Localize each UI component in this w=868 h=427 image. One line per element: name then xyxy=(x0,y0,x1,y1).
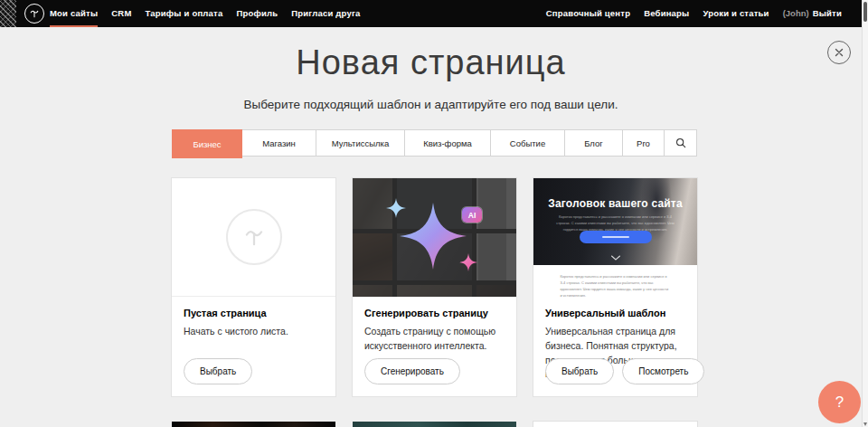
topbar-nav-right: Справочный центр Вебинары Уроки и статьи… xyxy=(546,0,842,27)
card-title: Универсальный шаблон xyxy=(545,308,685,318)
template-about-section: Коротко представьтесь и расскажите о ком… xyxy=(533,265,697,297)
choose-universal-button[interactable]: Выбрать xyxy=(545,358,614,384)
card-description: Создать страницу с помощью искусственног… xyxy=(364,325,505,354)
ai-sparkles: AI xyxy=(353,178,516,297)
choose-blank-button[interactable]: Выбрать xyxy=(184,358,252,384)
template-card-partial-3[interactable] xyxy=(533,422,697,427)
tab-search[interactable] xyxy=(665,130,696,156)
nav-invite-friend[interactable]: Пригласи друга xyxy=(291,0,360,27)
ai-preview: AI xyxy=(353,178,516,297)
template-cover-heading: Заголовок вашего сайта xyxy=(533,197,697,210)
nav-plans-payment[interactable]: Тарифы и оплата xyxy=(146,0,223,27)
template-card-partial-2[interactable] xyxy=(353,422,516,427)
close-button[interactable] xyxy=(827,41,851,64)
help-button[interactable]: ? xyxy=(818,381,861,423)
scrollbar[interactable] xyxy=(862,0,868,427)
search-icon xyxy=(675,138,686,148)
sparkle-big-icon xyxy=(400,203,467,270)
tab-multilink[interactable]: Мультиссылка xyxy=(316,130,405,156)
desktop-edge-pattern xyxy=(0,0,16,27)
template-card-partial-1[interactable] xyxy=(172,422,335,427)
generate-button[interactable]: Сгенерировать xyxy=(364,358,460,384)
ai-badge: AI xyxy=(462,207,482,223)
topbar: Мои сайты CRM Тарифы и оплата Профиль Пр… xyxy=(0,0,862,27)
nav-crm[interactable]: CRM xyxy=(111,0,131,27)
template-cover-cta-button xyxy=(580,231,652,243)
template-cover-photo: Заголовок вашего сайта Коротко представь… xyxy=(533,178,697,265)
nav-help-center[interactable]: Справочный центр xyxy=(546,0,630,27)
template-card-ai-generate[interactable]: AI Сгенерировать страницу Создать страни… xyxy=(353,178,516,396)
card-title: Сгенерировать страницу xyxy=(364,308,505,318)
close-icon xyxy=(834,47,844,58)
tab-pro[interactable]: Pro xyxy=(623,130,665,156)
tilda-logo[interactable] xyxy=(24,4,44,24)
template-about-text: Коротко представьтесь и расскажите о ком… xyxy=(561,273,671,297)
preview-universal-button[interactable]: Посмотреть xyxy=(622,358,704,384)
topbar-nav-left: Мои сайты CRM Тарифы и оплата Профиль Пр… xyxy=(50,0,361,27)
scrollbar-down-arrow[interactable] xyxy=(863,422,867,426)
tab-shop[interactable]: Магазин xyxy=(242,130,316,156)
tilda-watermark-circle xyxy=(226,209,282,265)
card-description: Начать с чистого листа. xyxy=(184,325,324,339)
universal-template-preview: Заголовок вашего сайта Коротко представь… xyxy=(533,178,697,297)
card-body: Универсальный шаблон Универсальная стран… xyxy=(533,297,697,396)
sparkle-pink-icon xyxy=(459,253,477,271)
template-card-universal[interactable]: Заголовок вашего сайта Коротко представь… xyxy=(533,178,697,396)
card-actions: Выбрать Посмотреть xyxy=(545,358,704,384)
scrollbar-thumb[interactable] xyxy=(863,2,867,22)
page-subtitle: Выберите подходящий шаблон и адаптируйте… xyxy=(0,98,862,111)
template-category-tabs: Бизнес Магазин Мультиссылка Квиз-форма С… xyxy=(172,129,697,157)
logout-link[interactable]: Выйти xyxy=(813,0,842,27)
card-actions: Выбрать xyxy=(184,358,252,384)
tilda-logo-icon xyxy=(28,7,41,20)
card-title: Пустая страница xyxy=(184,308,324,318)
page-title: Новая страница xyxy=(0,43,862,82)
nav-lessons-articles[interactable]: Уроки и статьи xyxy=(703,0,769,27)
tab-event[interactable]: Событие xyxy=(491,130,565,156)
user-session: (John) Выйти xyxy=(783,0,842,27)
card-actions: Сгенерировать xyxy=(364,358,460,384)
tilda-watermark-icon xyxy=(241,223,268,251)
user-name: (John) xyxy=(783,0,809,27)
card-body: Пустая страница Начать с чистого листа. … xyxy=(172,297,335,396)
nav-my-sites[interactable]: Мои сайты xyxy=(50,0,98,27)
tab-blog[interactable]: Блог xyxy=(565,130,623,156)
chevron-down-icon xyxy=(610,255,620,261)
new-page-modal: Мои сайты CRM Тарифы и оплата Профиль Пр… xyxy=(0,0,868,427)
nav-webinars[interactable]: Вебинары xyxy=(644,0,689,27)
template-card-blank[interactable]: Пустая страница Начать с чистого листа. … xyxy=(172,178,335,396)
blank-page-preview xyxy=(172,178,335,297)
tab-business[interactable]: Бизнес xyxy=(172,129,242,158)
nav-profile[interactable]: Профиль xyxy=(236,0,278,27)
card-body: Сгенерировать страницу Создать страницу … xyxy=(353,297,516,396)
tab-quiz-form[interactable]: Квиз-форма xyxy=(405,130,491,156)
